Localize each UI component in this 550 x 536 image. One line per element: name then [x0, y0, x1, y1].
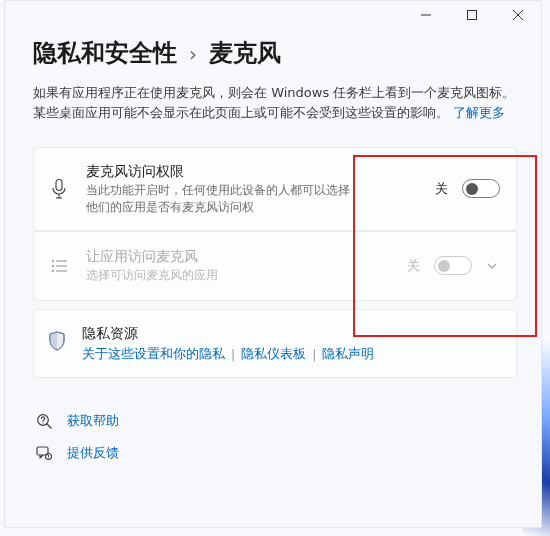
setting-subtitle: 选择可访问麦克风的应用 [86, 267, 356, 284]
svg-point-11 [52, 269, 54, 271]
toggle-state-label: 关 [435, 180, 448, 198]
svg-point-14 [42, 423, 43, 424]
mic-access-toggle[interactable] [462, 179, 500, 198]
list-icon [48, 259, 70, 273]
chevron-down-icon [486, 260, 500, 272]
svg-point-7 [52, 259, 54, 261]
setting-title: 麦克风访问权限 [86, 162, 419, 181]
description-text: 如果有应用程序正在使用麦克风，则会在 Windows 任务栏上看到一个麦克风图标… [33, 85, 515, 120]
link-separator: | [312, 347, 316, 362]
setting-row-app-access[interactable]: 让应用访问麦克风 选择可访问麦克风的应用 关 [33, 231, 517, 301]
privacy-resources-card: 隐私资源 关于这些设置和你的隐私 | 隐私仪表板 | 隐私声明 [33, 309, 517, 379]
privacy-statement-link[interactable]: 隐私声明 [322, 345, 374, 363]
link-separator: | [231, 347, 235, 362]
give-feedback-link[interactable]: 提供反馈 [35, 444, 517, 462]
window-minimize-button[interactable] [403, 1, 449, 29]
breadcrumb-separator: › [189, 42, 197, 66]
help-icon [35, 413, 53, 429]
get-help-label: 获取帮助 [67, 412, 119, 430]
resources-title: 隐私资源 [82, 324, 500, 343]
shield-icon [48, 331, 66, 355]
get-help-link[interactable]: 获取帮助 [35, 412, 517, 430]
page-description: 如果有应用程序正在使用麦克风，则会在 Windows 任务栏上看到一个麦克风图标… [33, 83, 517, 123]
app-access-toggle [434, 256, 472, 275]
microphone-icon [48, 179, 70, 199]
privacy-dashboard-link[interactable]: 隐私仪表板 [241, 345, 306, 363]
learn-more-link[interactable]: 了解更多 [453, 105, 505, 120]
setting-title: 让应用访问麦克风 [86, 247, 391, 266]
give-feedback-label: 提供反馈 [67, 444, 119, 462]
svg-point-9 [52, 264, 54, 266]
page-title: 麦克风 [209, 37, 281, 69]
setting-row-mic-access: 麦克风访问权限 当此功能开启时，任何使用此设备的人都可以选择他们的应用是否有麦克… [33, 147, 517, 230]
window-maximize-button[interactable] [449, 1, 495, 29]
window-close-button[interactable] [495, 1, 541, 29]
settings-window: 隐私和安全性 › 麦克风 如果有应用程序正在使用麦克风，则会在 Windows … [4, 0, 542, 528]
svg-rect-4 [56, 179, 62, 190]
feedback-icon [35, 445, 53, 461]
svg-rect-1 [468, 11, 477, 20]
breadcrumb: 隐私和安全性 › 麦克风 [33, 37, 517, 69]
toggle-state-label: 关 [407, 257, 420, 275]
breadcrumb-parent[interactable]: 隐私和安全性 [33, 37, 177, 69]
setting-subtitle: 当此功能开启时，任何使用此设备的人都可以选择他们的应用是否有麦克风访问权 [86, 182, 356, 215]
svg-point-18 [48, 458, 49, 459]
about-settings-privacy-link[interactable]: 关于这些设置和你的隐私 [82, 345, 225, 363]
window-titlebar [5, 1, 541, 33]
